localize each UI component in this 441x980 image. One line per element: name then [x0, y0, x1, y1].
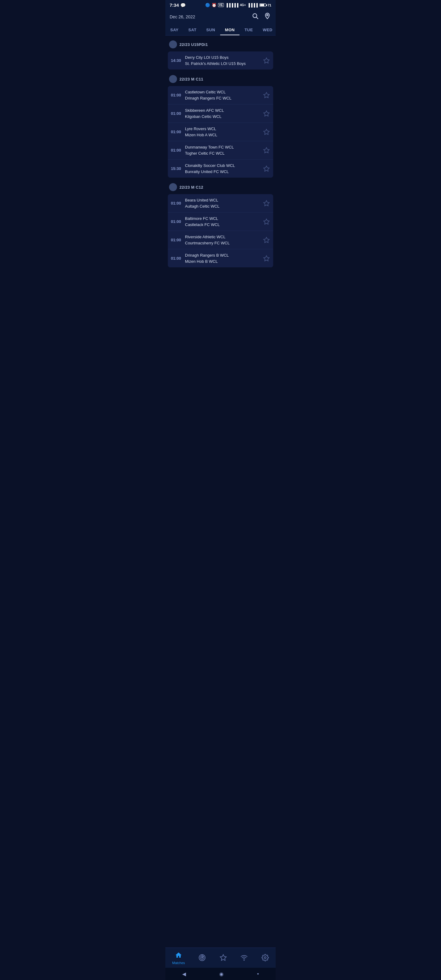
whatsapp-icon: 💬	[180, 3, 186, 8]
svg-marker-8	[264, 166, 269, 171]
match-teams: Drinagh Rangers B WCL Mizen Hob B WCL	[183, 252, 263, 264]
favorite-star-button[interactable]	[263, 110, 270, 117]
search-button[interactable]	[251, 12, 259, 21]
match-teams: Skibbereen AFC WCL Kilgoban Celtic WCL	[183, 108, 263, 119]
svg-marker-11	[264, 237, 269, 242]
favorite-star-button[interactable]	[263, 92, 270, 99]
league-card-u15pdi1: 14:30 Derry City LOI U15 Boys St. Patric…	[168, 51, 273, 70]
day-tab-say[interactable]: SAY	[166, 24, 183, 35]
svg-marker-6	[264, 129, 269, 134]
away-team: Togher Celtic FC WCL	[185, 150, 260, 156]
match-card[interactable]: 01:00 Dunmanway Town FC WCL Togher Celti…	[168, 141, 273, 159]
league-header-mc12: 22/23 M C12	[168, 181, 273, 193]
svg-marker-12	[264, 255, 269, 261]
home-team: Riverside Athletic WCL	[185, 234, 260, 240]
status-bar: 7:34 💬 🔵 ⏰ VE ▐▐▐▐▐ 4G+ ▐▐▐▐ 71	[166, 0, 275, 10]
match-teams: Clonakilty Soccer Club WCL Bunratty Unit…	[183, 162, 263, 175]
day-tab-wed[interactable]: WED	[258, 24, 275, 35]
header-date: Dec 26, 2022	[170, 14, 195, 19]
match-time: 14:30	[171, 58, 183, 63]
home-team: Derry City LOI U15 Boys	[185, 54, 260, 60]
signal2-icon: ▐▐▐▐	[247, 3, 258, 7]
day-tab-sat[interactable]: SAT	[183, 24, 202, 35]
empty-space	[168, 271, 273, 332]
home-team: Clonakilty Soccer Club WCL	[185, 162, 260, 169]
svg-marker-4	[264, 92, 269, 97]
home-team: Dunmanway Town FC WCL	[185, 144, 260, 150]
match-card[interactable]: 14:30 Derry City LOI U15 Boys St. Patric…	[168, 51, 273, 70]
network-icon: 4G+	[240, 3, 246, 7]
svg-marker-7	[264, 147, 269, 153]
match-time: 01:00	[171, 130, 183, 134]
svg-marker-5	[264, 111, 269, 116]
league-header-mc11: 22/23 M C11	[168, 73, 273, 85]
match-time: 01:00	[171, 201, 183, 205]
svg-marker-10	[264, 219, 269, 224]
header: Dec 26, 2022	[166, 10, 275, 24]
match-teams: Lyre Rovers WCL Mizen Hob A WCL	[183, 126, 263, 138]
favorite-star-button[interactable]	[263, 218, 270, 225]
status-right: 🔵 ⏰ VE ▐▐▐▐▐ 4G+ ▐▐▐▐ 71	[205, 3, 271, 7]
favorite-star-button[interactable]	[263, 147, 270, 154]
day-tab-mon[interactable]: MON	[220, 24, 240, 35]
favorite-star-button[interactable]	[263, 128, 270, 136]
home-team: Lyre Rovers WCL	[185, 126, 260, 132]
svg-line-1	[256, 17, 258, 19]
match-card[interactable]: 01:00 Baltimore FC WCL Castlelack FC WCL	[168, 213, 273, 231]
league-name-u15pdi1: 22/23 U15PDi1	[180, 42, 208, 47]
battery-percent: 71	[267, 3, 271, 7]
svg-marker-3	[264, 57, 269, 63]
home-team: Beara United WCL	[185, 197, 260, 204]
match-time: 01:00	[171, 219, 183, 224]
league-section-u15pdi1: 22/23 U15PDi1 14:30 Derry City LOI U15 B…	[168, 38, 273, 70]
location-button[interactable]	[263, 12, 271, 21]
day-tab-sun[interactable]: SUN	[202, 24, 220, 35]
match-card[interactable]: 01:00 Skibbereen AFC WCL Kilgoban Celtic…	[168, 105, 273, 123]
away-team: Castlelack FC WCL	[185, 222, 260, 228]
away-team: Courtmacsherry FC WCL	[185, 240, 260, 246]
match-teams: Dunmanway Town FC WCL Togher Celtic FC W…	[183, 144, 263, 156]
signal-icon: ▐▐▐▐▐	[225, 3, 239, 7]
bluetooth-icon: 🔵	[205, 3, 210, 7]
away-team: Mizen Hob A WCL	[185, 132, 260, 138]
match-teams: Baltimore FC WCL Castlelack FC WCL	[183, 216, 263, 228]
match-teams: Castletown Celtic WCL Drinagh Rangers FC…	[183, 89, 263, 101]
ve-icon: VE	[218, 3, 224, 7]
league-dot	[169, 40, 177, 48]
match-time: 01:00	[171, 256, 183, 261]
league-card-mc12: 01:00 Beara United WCL Aultagh Celtic WC…	[168, 194, 273, 267]
day-navigation: SAY SAT SUN MON TUE WED THU	[166, 24, 275, 35]
status-time: 7:34	[170, 2, 179, 8]
league-dot	[169, 183, 177, 191]
svg-point-2	[267, 14, 268, 16]
match-card[interactable]: 01:00 Drinagh Rangers B WCL Mizen Hob B …	[168, 249, 273, 267]
svg-marker-9	[264, 200, 269, 205]
away-team: Bunratty United FC WCL	[185, 169, 260, 175]
away-team: Kilgoban Celtic WCL	[185, 114, 260, 120]
match-card[interactable]: 01:00 Lyre Rovers WCL Mizen Hob A WCL	[168, 123, 273, 141]
favorite-star-button[interactable]	[263, 255, 270, 262]
league-name-mc11: 22/23 M C11	[180, 77, 203, 81]
league-dot	[169, 75, 177, 83]
match-card[interactable]: 15:30 Clonakilty Soccer Club WCL Bunratt…	[168, 159, 273, 178]
favorite-star-button[interactable]	[263, 236, 270, 244]
favorite-star-button[interactable]	[263, 165, 270, 172]
match-time: 01:00	[171, 238, 183, 242]
home-team: Drinagh Rangers B WCL	[185, 252, 260, 258]
home-team: Baltimore FC WCL	[185, 216, 260, 222]
match-card[interactable]: 01:00 Beara United WCL Aultagh Celtic WC…	[168, 194, 273, 213]
favorite-star-button[interactable]	[263, 57, 270, 64]
match-time: 01:00	[171, 111, 183, 116]
alarm-icon: ⏰	[212, 3, 217, 7]
match-card[interactable]: 01:00 Castletown Celtic WCL Drinagh Rang…	[168, 86, 273, 105]
match-teams: Riverside Athletic WCL Courtmacsherry FC…	[183, 234, 263, 246]
day-tab-tue[interactable]: TUE	[239, 24, 258, 35]
away-team: Drinagh Rangers FC WCL	[185, 95, 260, 101]
status-left: 7:34 💬	[170, 2, 186, 8]
favorite-star-button[interactable]	[263, 200, 270, 207]
match-time: 15:30	[171, 166, 183, 171]
league-section-mc12: 22/23 M C12 01:00 Beara United WCL Aulta…	[168, 181, 273, 267]
match-teams: Beara United WCL Aultagh Celtic WCL	[183, 197, 263, 209]
league-header-u15pdi1: 22/23 U15PDi1	[168, 38, 273, 50]
match-card[interactable]: 01:00 Riverside Athletic WCL Courtmacshe…	[168, 231, 273, 249]
